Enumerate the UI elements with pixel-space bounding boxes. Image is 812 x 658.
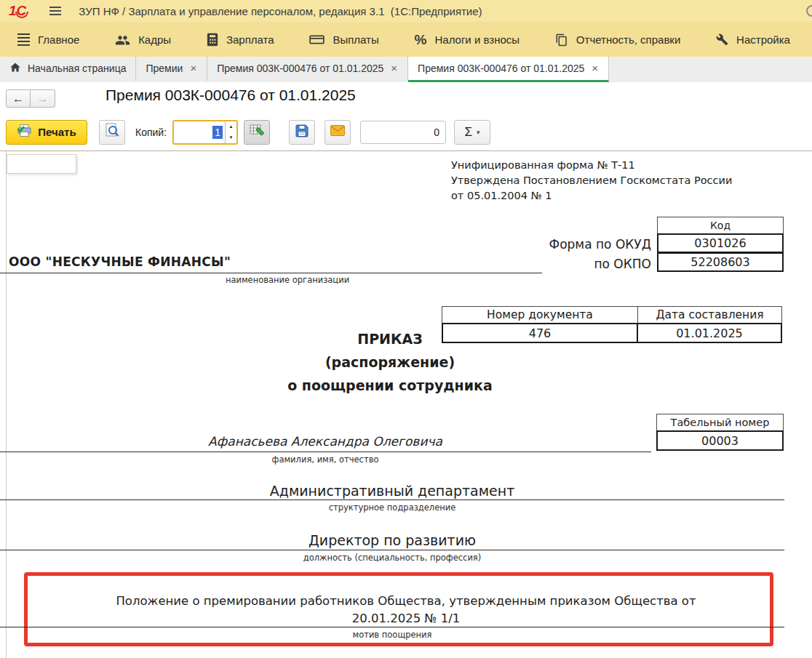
menu-item-settings[interactable]: Настройка <box>716 33 790 46</box>
code-table: Код 0301026 52208603 <box>657 217 784 272</box>
order-title-line: ПРИКАЗ <box>0 327 780 350</box>
tab-label: Премии <box>146 63 183 74</box>
department-name: Административный департамент <box>0 483 784 499</box>
motive-text: Положение о премировании работников Обще… <box>89 593 723 627</box>
menu-item-reports[interactable]: Отчетность, справки <box>555 33 680 47</box>
history-nav: ← → <box>6 89 55 108</box>
spin-up-icon[interactable]: ▲ <box>226 121 236 132</box>
home-icon <box>9 62 21 75</box>
save-button[interactable] <box>289 120 315 145</box>
app-window: 1С ЗУП НФ / Зарплата и управление персон… <box>0 0 812 658</box>
stepper-arrows: ▲ ▼ <box>225 121 236 143</box>
document-left-border <box>6 151 7 658</box>
position-caption: должность (специальность, профессия) <box>0 553 784 563</box>
document-area[interactable]: Унифицированная форма № Т-11 Утверждена … <box>0 151 812 658</box>
form-note-line: Унифицированная форма № Т-11 <box>451 158 732 173</box>
tab-label: Премия 003К-000476 от 01.01.2025 <box>217 63 383 74</box>
preview-button[interactable] <box>99 120 125 145</box>
personnel-number-table: Табельный номер 00003 <box>656 414 784 451</box>
okud-value-cell: 0301026 <box>657 233 784 253</box>
print-button[interactable]: Печать <box>6 120 87 145</box>
chevron-down-icon: ▾ <box>477 129 480 136</box>
tab-label: Начальная страница <box>28 63 126 74</box>
tabbar: Начальная страница Премии × Премия 003К-… <box>0 57 812 82</box>
back-button[interactable]: ← <box>6 89 31 108</box>
nav-row: ← → Премия 003К-000476 от 01.01.2025 <box>0 82 812 114</box>
form-note: Унифицированная форма № Т-11 Утверждена … <box>451 158 732 204</box>
table-pencil-icon <box>250 124 265 140</box>
department-underline <box>0 499 784 500</box>
floppy-save-icon <box>295 124 309 140</box>
sections-icon <box>17 33 30 47</box>
close-icon[interactable]: × <box>189 63 197 73</box>
preview-magnifier-icon <box>106 123 119 141</box>
1c-logo-icon: 1С <box>9 3 33 19</box>
percent-icon: % <box>415 33 427 47</box>
motive-underline <box>0 627 784 627</box>
tab-premia-doc-2-active[interactable]: Премия 003К-000476 от 01.01.2025 × <box>408 57 609 82</box>
main-menu-icon[interactable] <box>49 7 61 15</box>
copies-value: 1 <box>212 126 223 139</box>
menu-item-main[interactable]: Главное <box>17 33 79 47</box>
order-title: ПРИКАЗ (распоряжение) о поощрении сотруд… <box>0 327 780 397</box>
app-title: ЗУП НФ / Зарплата и управление персонало… <box>79 5 482 17</box>
menu-item-payments[interactable]: Выплаты <box>309 33 378 46</box>
position-name: Директор по развитию <box>0 532 784 548</box>
doc-date-header: Дата составления <box>638 306 782 324</box>
copies-label: Копий: <box>135 127 167 138</box>
okpo-value-cell: 52208603 <box>657 252 784 272</box>
calculator-icon <box>207 33 218 47</box>
copies-input[interactable]: 1 <box>174 121 225 143</box>
menu-item-taxes[interactable]: % Налоги и взносы <box>415 33 520 47</box>
personnel-value-cell: 00003 <box>656 430 784 451</box>
okud-label: Форма по ОКУД <box>437 237 651 252</box>
copies-stepper[interactable]: 1 ▲ ▼ <box>172 120 238 145</box>
printer-check-icon <box>17 124 33 140</box>
form-note-line: Утверждена Постановлением Госкомстата Ро… <box>451 173 732 188</box>
email-button[interactable] <box>325 120 351 145</box>
form-note-line: от 05.01.2004 № 1 <box>451 188 732 204</box>
doc-number-header: Номер документа <box>442 306 638 324</box>
wrench-icon <box>716 33 728 46</box>
sum-field[interactable]: 0 <box>360 121 446 144</box>
bank-card-icon <box>309 33 325 46</box>
table-edit-button[interactable] <box>244 120 270 145</box>
organization-name: ООО "НЕСКУЧНЫЕ ФИНАНСЫ" <box>9 254 231 269</box>
sigma-icon: Σ <box>465 125 473 140</box>
menu-label: Налоги и взносы <box>434 33 520 46</box>
forward-button[interactable]: → <box>31 89 55 108</box>
document-top-border <box>0 151 812 151</box>
envelope-icon <box>330 125 345 139</box>
people-icon <box>115 33 130 46</box>
menu-label: Зарплата <box>226 33 274 46</box>
personnel-header-cell: Табельный номер <box>656 414 784 431</box>
titlebar: 1С ЗУП НФ / Зарплата и управление персон… <box>0 0 812 22</box>
tab-premia-doc-1[interactable]: Премия 003К-000476 от 01.01.2025 × <box>207 57 408 82</box>
okpo-label: по ОКПО <box>437 257 651 271</box>
menu-label: Отчетность, справки <box>576 33 680 46</box>
menubar: Главное Кадры Зарплата Выплаты % Налоги … <box>0 22 812 57</box>
toolbar: Печать Копий: 1 ▲ ▼ 0 Σ ▾ <box>0 114 812 150</box>
close-icon[interactable]: × <box>390 63 398 73</box>
autosum-button[interactable]: Σ ▾ <box>454 120 490 145</box>
employee-name: Афанасьева Александра Олеговича <box>0 434 650 449</box>
department-caption: структурное подразделение <box>0 502 784 513</box>
tab-home[interactable]: Начальная страница <box>0 57 136 82</box>
employee-caption: фамилия, имя, отчество <box>0 454 650 465</box>
titlebar-circle-icon[interactable] <box>806 5 812 17</box>
close-icon[interactable]: × <box>591 63 599 73</box>
code-header-cell: Код <box>657 217 784 234</box>
selected-cell[interactable] <box>7 154 76 174</box>
position-underline <box>0 550 784 550</box>
order-title-line: о поощрении сотрудника <box>0 374 780 397</box>
tab-premii-list[interactable]: Премии × <box>136 57 207 82</box>
menu-item-staff[interactable]: Кадры <box>115 33 171 46</box>
menu-label: Настройка <box>736 33 790 46</box>
menu-item-salary[interactable]: Зарплата <box>207 33 274 47</box>
print-label: Печать <box>38 126 76 138</box>
motive-caption: мотив поощрения <box>0 630 784 640</box>
menu-label: Главное <box>38 33 79 46</box>
spin-down-icon[interactable]: ▼ <box>226 132 236 143</box>
tab-label: Премия 003К-000476 от 01.01.2025 <box>418 63 584 74</box>
documents-icon <box>555 33 568 47</box>
